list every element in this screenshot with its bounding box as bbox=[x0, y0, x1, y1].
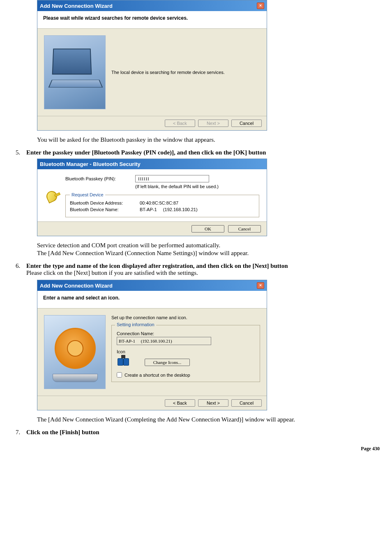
back-button[interactable]: < Back bbox=[165, 399, 195, 407]
icon-label: Icon bbox=[117, 349, 255, 354]
cancel-button[interactable]: Cancel bbox=[231, 399, 262, 407]
device-address-label: Bluetooth Device Address: bbox=[70, 200, 140, 205]
cancel-button[interactable]: Cancel bbox=[228, 225, 261, 233]
dialog-subheader: Please wait while wizard searches for re… bbox=[37, 11, 267, 29]
key-icon bbox=[45, 189, 61, 205]
step-7-text: Click on the [Finish] button bbox=[26, 429, 99, 435]
step-5: 5. Enter the passkey under [Bluetooth Pa… bbox=[16, 149, 380, 156]
search-header-text: Please wait while wizard searches for re… bbox=[43, 15, 261, 21]
step-number: 7. bbox=[16, 429, 26, 436]
paragraph: You will be asked for the Bluetooth pass… bbox=[37, 136, 380, 143]
back-button: < Back bbox=[165, 120, 195, 127]
connection-name-input[interactable] bbox=[117, 337, 211, 345]
step-5-text: Enter the passkey under [Bluetooth Passk… bbox=[26, 149, 266, 156]
device-name-value: BT-AP-1 (192.168.100.21) bbox=[140, 207, 198, 212]
close-icon[interactable]: × bbox=[257, 282, 264, 289]
instruction-text: Set up the connection name and icon. bbox=[111, 315, 260, 320]
shortcut-label: Create a shortcut on the desktop bbox=[125, 373, 190, 378]
setting-information-group: Setting information Connection Name: Ico… bbox=[111, 325, 260, 382]
search-wizard-dialog: Add New Connection Wizard × Please wait … bbox=[37, 0, 267, 131]
security-footer: OK Cancel bbox=[37, 221, 267, 236]
setting-legend: Setting information bbox=[115, 322, 156, 327]
dialog-subheader: Enter a name and select an icon. bbox=[37, 291, 267, 309]
cancel-button[interactable]: Cancel bbox=[231, 120, 262, 127]
speaker-illustration bbox=[44, 315, 106, 389]
passkey-input[interactable] bbox=[135, 175, 209, 182]
request-device-legend: Request Device bbox=[70, 192, 105, 197]
dialog-title: Add New Connection Wizard bbox=[40, 283, 113, 289]
close-icon[interactable]: × bbox=[257, 2, 264, 9]
device-address-value: 00:40:8C:5C:8C:87 bbox=[140, 200, 178, 205]
name-icon-wizard-dialog: Add New Connection Wizard × Enter a name… bbox=[37, 280, 267, 410]
security-title: Bluetooth Manager - Bluetooth Security bbox=[40, 161, 141, 167]
step-6-bold: Enter the type and name of the icon disp… bbox=[26, 263, 288, 269]
step-6: 6. Enter the type and name of the icon d… bbox=[16, 263, 380, 276]
dialog-title-bar: Add New Connection Wizard × bbox=[37, 280, 267, 291]
paragraph: The [Add New Connection Wizard (Completi… bbox=[37, 416, 380, 423]
step-6-plain: Please click on the [Next] button if you… bbox=[26, 269, 198, 276]
step-number: 5. bbox=[16, 149, 26, 156]
page-number: Page 430 bbox=[12, 446, 380, 452]
dialog-footer: < Back Next > Cancel bbox=[37, 396, 267, 410]
request-device-group: Request Device Bluetooth Device Address:… bbox=[65, 192, 259, 217]
security-title-bar: Bluetooth Manager - Bluetooth Security bbox=[37, 159, 267, 169]
paragraph: Service detection and COM port creation … bbox=[37, 242, 380, 249]
connection-name-label: Connection Name: bbox=[117, 331, 255, 336]
step-number: 6. bbox=[16, 263, 26, 276]
shortcut-checkbox-row[interactable]: Create a shortcut on the desktop bbox=[117, 372, 255, 378]
name-header-text: Enter a name and select an icon. bbox=[43, 295, 261, 301]
paragraph: The [Add New Connection Wizard (Connecti… bbox=[37, 250, 380, 257]
device-name-label: Bluetooth Device Name: bbox=[70, 207, 140, 212]
search-status-text: The local device is searching for remote… bbox=[111, 70, 225, 75]
dialog-title: Add New Connection Wizard bbox=[40, 3, 113, 9]
connection-icon bbox=[117, 357, 131, 368]
bluetooth-security-dialog: Bluetooth Manager - Bluetooth Security B… bbox=[37, 159, 267, 236]
passkey-label: Bluetooth Passkey (PIN): bbox=[65, 176, 135, 181]
next-button[interactable]: Next > bbox=[198, 399, 228, 407]
dialog-footer: < Back Next > Cancel bbox=[37, 116, 267, 130]
ok-button[interactable]: OK bbox=[191, 225, 224, 233]
laptop-illustration bbox=[44, 35, 106, 109]
passkey-hint: (If left blank, the default PIN will be … bbox=[135, 184, 259, 189]
dialog-title-bar: Add New Connection Wizard × bbox=[37, 0, 267, 11]
change-icons-button[interactable]: Change Icons... bbox=[145, 359, 190, 366]
shortcut-checkbox[interactable] bbox=[117, 372, 122, 378]
step-7: 7. Click on the [Finish] button bbox=[16, 429, 380, 436]
next-button: Next > bbox=[198, 120, 228, 127]
